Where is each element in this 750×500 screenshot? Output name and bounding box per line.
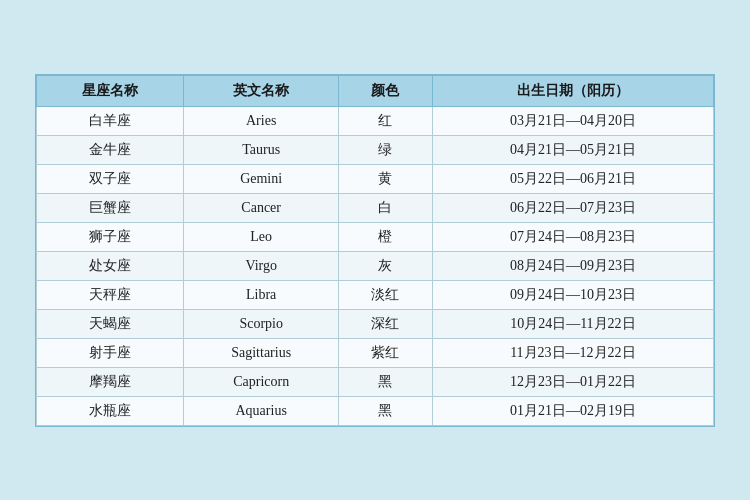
table-cell-0-2: 红 [339,106,433,135]
table-cell-1-3: 04月21日—05月21日 [432,135,713,164]
table-cell-5-3: 08月24日—09月23日 [432,251,713,280]
table-cell-10-0: 水瓶座 [37,396,184,425]
table-cell-7-1: Scorpio [184,309,339,338]
table-row: 摩羯座Capricorn黑12月23日—01月22日 [37,367,714,396]
table-cell-9-2: 黑 [339,367,433,396]
table-cell-1-1: Taurus [184,135,339,164]
table-cell-10-3: 01月21日—02月19日 [432,396,713,425]
table-cell-0-3: 03月21日—04月20日 [432,106,713,135]
table-cell-6-3: 09月24日—10月23日 [432,280,713,309]
table-cell-7-0: 天蝎座 [37,309,184,338]
table-cell-3-2: 白 [339,193,433,222]
column-header-0: 星座名称 [37,75,184,106]
table-row: 巨蟹座Cancer白06月22日—07月23日 [37,193,714,222]
table-cell-0-0: 白羊座 [37,106,184,135]
table-cell-6-0: 天秤座 [37,280,184,309]
table-cell-6-1: Libra [184,280,339,309]
table-cell-1-2: 绿 [339,135,433,164]
table-row: 天秤座Libra淡红09月24日—10月23日 [37,280,714,309]
table-cell-4-0: 狮子座 [37,222,184,251]
table-cell-5-1: Virgo [184,251,339,280]
table-cell-7-2: 深红 [339,309,433,338]
table-cell-4-1: Leo [184,222,339,251]
table-cell-2-1: Gemini [184,164,339,193]
table-row: 处女座Virgo灰08月24日—09月23日 [37,251,714,280]
table-cell-10-1: Aquarius [184,396,339,425]
table-cell-2-0: 双子座 [37,164,184,193]
column-header-3: 出生日期（阳历） [432,75,713,106]
zodiac-table: 星座名称英文名称颜色出生日期（阳历） 白羊座Aries红03月21日—04月20… [36,75,714,426]
table-cell-5-2: 灰 [339,251,433,280]
table-row: 狮子座Leo橙07月24日—08月23日 [37,222,714,251]
table-cell-8-0: 射手座 [37,338,184,367]
column-header-1: 英文名称 [184,75,339,106]
table-cell-3-0: 巨蟹座 [37,193,184,222]
table-cell-9-3: 12月23日—01月22日 [432,367,713,396]
zodiac-table-container: 星座名称英文名称颜色出生日期（阳历） 白羊座Aries红03月21日—04月20… [35,74,715,427]
table-cell-9-0: 摩羯座 [37,367,184,396]
table-row: 射手座Sagittarius紫红11月23日—12月22日 [37,338,714,367]
table-cell-2-2: 黄 [339,164,433,193]
table-row: 水瓶座Aquarius黑01月21日—02月19日 [37,396,714,425]
table-cell-0-1: Aries [184,106,339,135]
column-header-2: 颜色 [339,75,433,106]
table-cell-9-1: Capricorn [184,367,339,396]
table-cell-8-3: 11月23日—12月22日 [432,338,713,367]
table-cell-8-1: Sagittarius [184,338,339,367]
table-cell-6-2: 淡红 [339,280,433,309]
table-cell-4-3: 07月24日—08月23日 [432,222,713,251]
table-cell-5-0: 处女座 [37,251,184,280]
table-row: 双子座Gemini黄05月22日—06月21日 [37,164,714,193]
table-cell-4-2: 橙 [339,222,433,251]
table-cell-8-2: 紫红 [339,338,433,367]
table-row: 白羊座Aries红03月21日—04月20日 [37,106,714,135]
table-cell-7-3: 10月24日—11月22日 [432,309,713,338]
table-cell-10-2: 黑 [339,396,433,425]
table-cell-3-3: 06月22日—07月23日 [432,193,713,222]
table-row: 天蝎座Scorpio深红10月24日—11月22日 [37,309,714,338]
table-cell-2-3: 05月22日—06月21日 [432,164,713,193]
table-cell-3-1: Cancer [184,193,339,222]
table-cell-1-0: 金牛座 [37,135,184,164]
table-row: 金牛座Taurus绿04月21日—05月21日 [37,135,714,164]
table-header-row: 星座名称英文名称颜色出生日期（阳历） [37,75,714,106]
